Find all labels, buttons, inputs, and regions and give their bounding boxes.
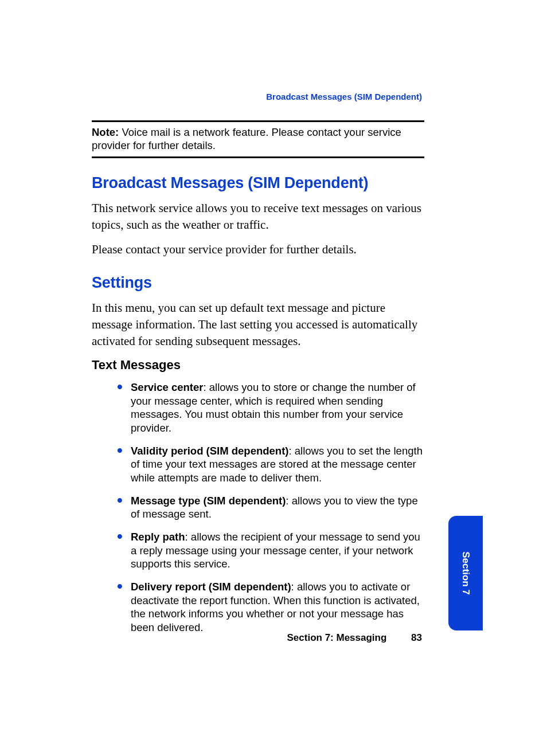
rule-bottom [92, 156, 424, 158]
footer-section-label: Section 7: Messaging [287, 632, 387, 643]
list-item-term: Service center [131, 381, 204, 393]
broadcast-p1: This network service allows you to recei… [92, 200, 424, 233]
list-item-term: Delivery report (SIM dependent) [131, 581, 291, 593]
note-body: Voice mail is a network feature. Please … [92, 126, 401, 151]
text-messages-list: Service center: allows you to store or c… [92, 381, 424, 634]
section-tab-label: Section 7 [460, 551, 471, 595]
heading-settings: Settings [92, 274, 424, 292]
broadcast-p2: Please contact your service provider for… [92, 241, 424, 258]
list-item: Reply path: allows the recipient of your… [119, 530, 424, 571]
settings-p1: In this menu, you can set up default tex… [92, 300, 424, 350]
section-tab: Section 7 [448, 516, 483, 630]
heading-broadcast: Broadcast Messages (SIM Dependent) [92, 174, 424, 192]
list-item: Delivery report (SIM dependent): allows … [119, 580, 424, 634]
list-item: Message type (SIM dependent): allows you… [119, 494, 424, 521]
footer-page-number: 83 [411, 632, 422, 644]
note-label: Note: [92, 126, 119, 138]
list-item-term: Message type (SIM dependent) [131, 495, 286, 507]
heading-text-messages: Text Messages [92, 358, 424, 373]
content-area: Note: Voice mail is a network feature. P… [92, 86, 424, 644]
page: Broadcast Messages (SIM Dependent) Note:… [0, 0, 547, 756]
list-item-term: Validity period (SIM dependent) [131, 445, 288, 457]
list-item-term: Reply path [131, 531, 185, 543]
page-footer: Section 7: Messaging 83 [287, 632, 422, 644]
list-item: Service center: allows you to store or c… [119, 381, 424, 435]
note-block: Note: Voice mail is a network feature. P… [92, 120, 424, 158]
list-item: Validity period (SIM dependent): allows … [119, 444, 424, 485]
note-text: Note: Voice mail is a network feature. P… [92, 122, 424, 156]
